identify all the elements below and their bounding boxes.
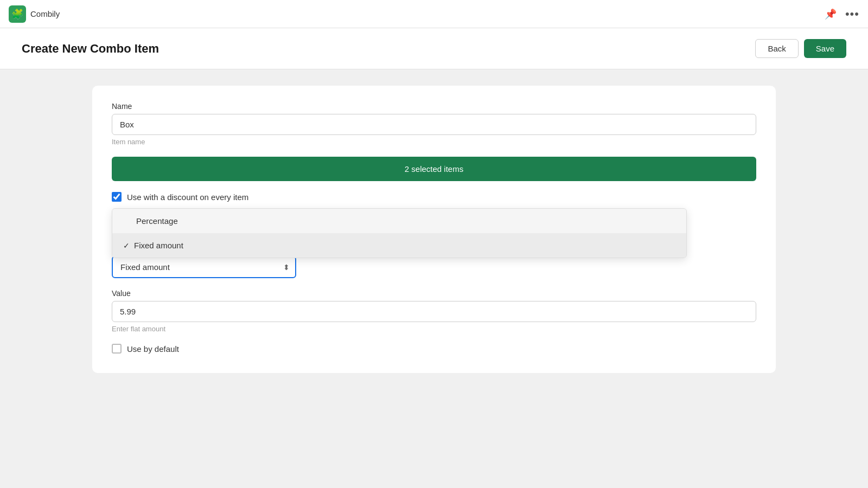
value-input[interactable] — [112, 301, 756, 322]
more-options-icon[interactable]: ••• — [845, 7, 859, 21]
header-actions: Back Save — [755, 39, 846, 58]
topbar-right: 📌 ••• — [825, 7, 859, 21]
value-group: Value Enter flat amount — [112, 289, 756, 333]
logo-icon: 🧩 — [11, 8, 23, 20]
discount-checkbox-row: Use with a discount on every item — [112, 192, 756, 202]
topbar-left: 🧩 Combily — [9, 5, 60, 23]
form-card: Name Item name 2 selected items Use with… — [92, 86, 776, 373]
app-name: Combily — [30, 9, 60, 18]
name-input[interactable] — [112, 114, 756, 135]
use-by-default-label: Use by default — [127, 344, 179, 354]
percentage-label: Percentage — [136, 216, 178, 226]
app-logo: 🧩 — [9, 5, 26, 23]
fixed-checkmark: ✓ — [123, 241, 130, 250]
selected-items-button[interactable]: 2 selected items — [112, 157, 756, 181]
option-fixed-amount[interactable]: ✓ Fixed amount — [112, 233, 686, 258]
discount-value-section: Percentage ✓ Fixed amount Percentage Fix… — [112, 213, 756, 278]
option-percentage[interactable]: Percentage — [112, 209, 686, 233]
discount-checkbox-label: Use with a discount on every item — [127, 192, 248, 202]
topbar: 🧩 Combily 📌 ••• — [0, 0, 868, 28]
discount-type-select[interactable]: Percentage Fixed amount — [112, 256, 296, 278]
name-label: Name — [112, 102, 756, 111]
dropdown-wrapper: Percentage Fixed amount ⬍ — [112, 256, 296, 278]
value-label: Value — [112, 289, 756, 298]
name-group: Name Item name — [112, 102, 756, 146]
main-content: Name Item name 2 selected items Use with… — [0, 69, 868, 488]
name-hint: Item name — [112, 138, 756, 146]
dropdown-popup: Percentage ✓ Fixed amount — [112, 208, 687, 258]
value-hint: Enter flat amount — [112, 325, 756, 333]
page-header: Create New Combo Item Back Save — [0, 28, 868, 69]
pin-icon[interactable]: 📌 — [825, 8, 837, 20]
fixed-amount-label: Fixed amount — [134, 241, 183, 250]
use-by-default-checkbox[interactable] — [112, 344, 122, 354]
back-button[interactable]: Back — [755, 39, 798, 58]
page-title: Create New Combo Item — [22, 42, 159, 56]
save-button[interactable]: Save — [804, 39, 846, 58]
use-by-default-row: Use by default — [112, 344, 756, 354]
discount-checkbox[interactable] — [112, 192, 122, 202]
